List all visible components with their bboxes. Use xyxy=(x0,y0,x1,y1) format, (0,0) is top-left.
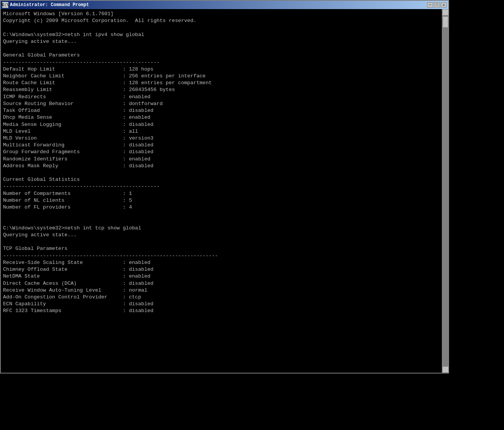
close-button[interactable]: ✕ xyxy=(441,2,447,8)
maximize-button[interactable]: □ xyxy=(434,2,440,8)
cmd-icon: C:\ xyxy=(2,2,8,8)
window-title: Administrator: Command Prompt xyxy=(10,2,89,8)
scrollbar[interactable]: ▲ ▼ xyxy=(442,9,448,373)
scroll-up-arrow[interactable]: ▲ xyxy=(442,9,449,16)
scroll-thumb[interactable] xyxy=(443,16,448,28)
title-bar-buttons: ─ □ ✕ xyxy=(427,2,447,8)
content-area: Microsoft Windows [Version 6.1.7601] Cop… xyxy=(1,9,448,373)
title-bar: C:\ Administrator: Command Prompt ─ □ ✕ xyxy=(1,1,448,9)
minimize-button[interactable]: ─ xyxy=(427,2,433,8)
scroll-track[interactable] xyxy=(442,16,448,366)
terminal-output[interactable]: Microsoft Windows [Version 6.1.7601] Cop… xyxy=(1,9,442,373)
scroll-down-arrow[interactable]: ▼ xyxy=(442,366,449,373)
window-frame: C:\ Administrator: Command Prompt ─ □ ✕ … xyxy=(0,0,449,374)
title-bar-left: C:\ Administrator: Command Prompt xyxy=(2,2,89,8)
